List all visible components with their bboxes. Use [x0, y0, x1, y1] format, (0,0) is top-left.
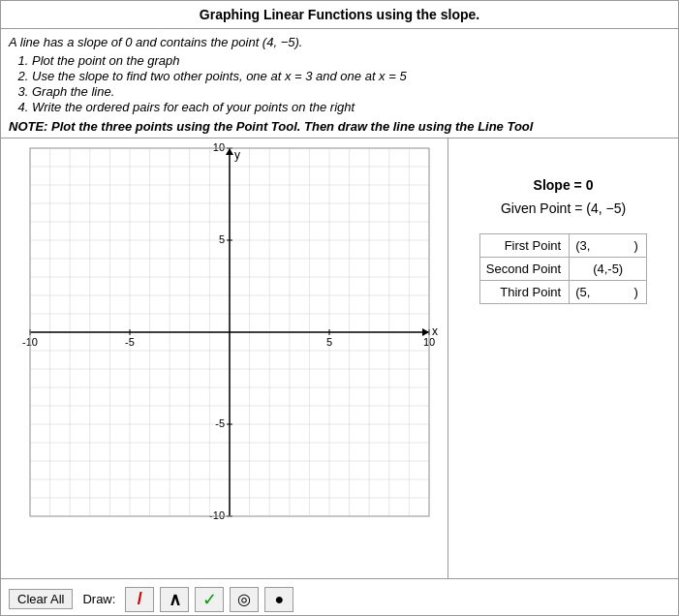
right-panel: Slope = 0 Given Point = (4, −5) First Po… — [448, 139, 678, 578]
third-point-value[interactable]: (5, ) — [570, 281, 647, 304]
clear-all-button[interactable]: Clear All — [9, 589, 73, 609]
steps-list: Plot the point on the graph Use the slop… — [32, 53, 670, 114]
note-text: NOTE: Plot the three points using the Po… — [9, 119, 670, 134]
graph-area[interactable] — [1, 139, 448, 578]
draw-label: Draw: — [82, 592, 115, 606]
problem-statement: A line has a slope of 0 and contains the… — [9, 35, 670, 49]
third-point-label: Third Point — [479, 281, 569, 304]
second-point-label: Second Point — [479, 258, 569, 281]
curve-tool-button[interactable]: ∧ — [160, 587, 189, 612]
first-point-row: First Point (3, ) — [479, 234, 646, 258]
first-point-label: First Point — [479, 234, 569, 258]
slope-display: Slope = 0 — [534, 177, 594, 193]
step-3: Graph the line. — [32, 84, 670, 99]
step-4: Write the ordered pairs for each of your… — [32, 100, 670, 114]
third-point-row: Third Point (5, ) — [479, 281, 646, 304]
circle-dot-tool-button[interactable]: ◎ — [230, 587, 259, 612]
instructions-panel: A line has a slope of 0 and contains the… — [1, 29, 678, 139]
second-point-value: (4,-5) — [570, 258, 647, 281]
main-content: Slope = 0 Given Point = (4, −5) First Po… — [1, 139, 678, 578]
given-point-display: Given Point = (4, −5) — [501, 200, 626, 216]
page-title: Graphing Linear Functions using the slop… — [1, 1, 678, 29]
step-1: Plot the point on the graph — [32, 53, 670, 68]
slash-tool-button[interactable]: / — [125, 587, 154, 612]
first-point-value[interactable]: (3, ) — [570, 234, 647, 258]
points-table: First Point (3, ) Second Point (4,-5) Th… — [479, 233, 647, 304]
second-point-row: Second Point (4,-5) — [479, 258, 646, 281]
toolbar: Clear All Draw: / ∧ ✓ ◎ ● — [1, 578, 678, 616]
third-point-input[interactable] — [594, 285, 631, 299]
first-point-input[interactable] — [594, 238, 631, 253]
check-tool-button[interactable]: ✓ — [195, 587, 224, 612]
dot-tool-button[interactable]: ● — [264, 587, 293, 612]
step-2: Use the slope to find two other points, … — [32, 69, 670, 83]
